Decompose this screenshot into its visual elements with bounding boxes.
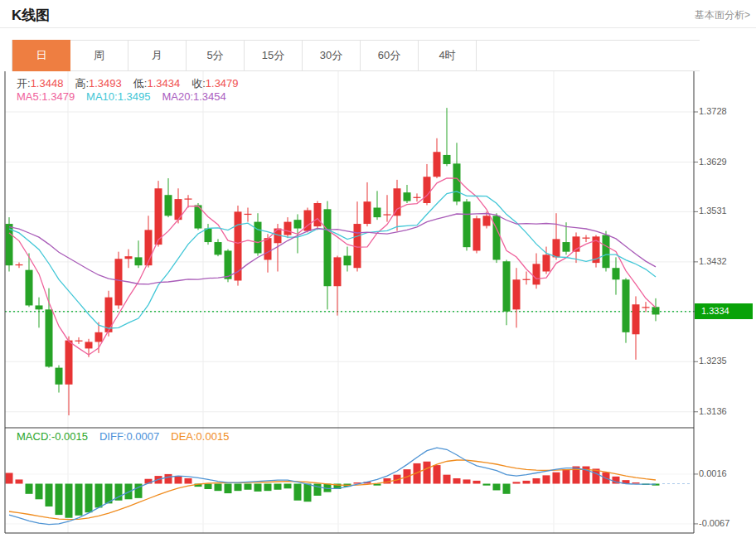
kline-page: K线图 基本面分析> 日周月5分15分30分60分4时 开:1.3448高:1.…	[0, 0, 756, 538]
candle-body	[324, 209, 332, 286]
candle-body	[453, 163, 461, 201]
candle-body	[513, 279, 521, 309]
macd-hist-bar	[424, 462, 431, 484]
macd-hist-bar	[314, 484, 322, 496]
macd-hist-bar	[543, 475, 550, 483]
candle-body	[26, 270, 33, 306]
candle-body	[125, 256, 133, 259]
candle-body	[46, 309, 53, 366]
info-item: MACD:-0.0015	[17, 430, 88, 443]
info-item: 高:1.3493	[75, 77, 121, 90]
price-axis-label: 1.3531	[699, 206, 727, 216]
candle-body	[245, 214, 252, 215]
candle-body	[414, 197, 421, 198]
info-item: DIFF:0.0007	[99, 430, 159, 443]
macd-hist-bar	[443, 475, 451, 484]
macd-hist-bar	[165, 474, 172, 484]
candle-body	[145, 230, 153, 265]
current-price-tag: 1.3334	[695, 303, 753, 319]
macd-hist-bar	[632, 482, 640, 484]
candle-body	[135, 257, 143, 265]
candle-body	[583, 238, 590, 239]
candle-body	[543, 254, 550, 271]
macd-hist-bar	[523, 481, 531, 484]
candle-body	[75, 341, 83, 342]
price-axis-label: 1.3235	[699, 356, 727, 366]
candle-body	[235, 211, 242, 280]
macd-hist-bar	[483, 484, 491, 486]
macd-hist-bar	[75, 484, 83, 516]
macd-hist-bar	[225, 484, 232, 494]
macd-hist-bar	[185, 478, 192, 484]
candle-body	[95, 332, 103, 342]
macd-hist-bar	[16, 479, 23, 483]
macd-hist-bar	[95, 484, 103, 508]
candle-body	[463, 201, 471, 247]
candle-body	[254, 222, 262, 254]
macd-hist-bar	[245, 484, 252, 490]
price-axis-label: 1.3432	[699, 256, 727, 266]
macd-axis-label: -0.0067	[699, 518, 729, 528]
macd-hist-bar	[36, 484, 43, 500]
macd-axis-label: 0.0016	[699, 468, 727, 478]
candle-body	[424, 177, 431, 203]
info-item: 收:1.3479	[191, 77, 238, 90]
candle-body	[215, 242, 222, 254]
candle-body	[36, 305, 43, 309]
macd-hist-bar	[85, 484, 93, 513]
candle-body	[404, 192, 411, 201]
candle-body	[314, 203, 322, 226]
macd-hist-bar	[175, 476, 182, 483]
candle-body	[16, 264, 23, 265]
info-item: 低:1.3434	[133, 77, 180, 90]
macd-hist-bar	[65, 484, 73, 518]
ohlc-info-bar: 开:1.3448高:1.3493低:1.3434收:1.3479	[17, 76, 250, 91]
candle-body	[623, 279, 630, 332]
ma-info-bar: MA5:1.3479MA10:1.3495MA20:1.3454	[17, 90, 238, 103]
candle-body	[85, 342, 93, 348]
macd-hist-bar	[473, 481, 481, 484]
candle-body	[344, 256, 351, 266]
candle-body	[205, 229, 212, 243]
candle-body	[523, 279, 531, 280]
candle-body	[294, 220, 302, 228]
candle-body	[483, 216, 491, 225]
macd-hist-bar	[453, 478, 461, 484]
info-item: 开:1.3448	[17, 77, 63, 90]
candle-body	[473, 218, 481, 250]
info-item: MA5:1.3479	[17, 90, 75, 103]
macd-hist-bar	[463, 479, 471, 483]
price-axis-label: 1.3136	[699, 406, 727, 416]
macd-hist-bar	[493, 484, 501, 491]
candle-body	[533, 264, 540, 284]
candle-body	[165, 195, 172, 216]
candle-body	[443, 155, 451, 164]
macd-hist-bar	[434, 465, 441, 483]
price-axis-label: 1.3728	[699, 106, 727, 116]
macd-hist-bar	[26, 484, 33, 494]
candle-body	[185, 199, 192, 200]
info-item: MA20:1.3454	[162, 90, 225, 103]
candle-body	[155, 188, 162, 245]
macd-hist-bar	[46, 484, 53, 506]
candle-body	[374, 208, 381, 218]
macd-info-bar: MACD:-0.0015DIFF:0.0007DEA:0.0015	[17, 430, 240, 443]
macd-hist-bar	[284, 484, 292, 489]
candle-body	[553, 239, 560, 257]
candle-body	[354, 224, 361, 268]
candle-body	[394, 188, 401, 216]
macd-hist-bar	[553, 473, 560, 484]
macd-hist-bar	[6, 473, 13, 483]
candle-body	[65, 341, 73, 385]
macd-hist-bar	[294, 484, 302, 501]
info-item: MA10:1.3495	[86, 90, 150, 103]
macd-hist-bar	[304, 484, 312, 502]
price-axis-label: 1.3629	[699, 157, 727, 167]
candle-body	[642, 307, 650, 308]
macd-hist-bar	[264, 484, 272, 492]
macd-hist-bar	[563, 469, 570, 483]
candle-body	[613, 268, 620, 279]
candle-body	[652, 307, 660, 314]
macd-hist-bar	[513, 482, 521, 483]
macd-hist-bar	[533, 478, 540, 484]
